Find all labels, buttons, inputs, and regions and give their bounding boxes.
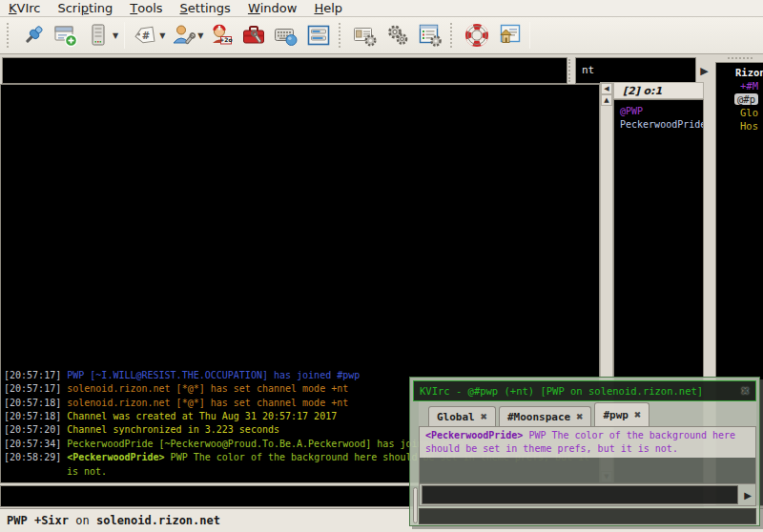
tab-label: #pwp [603, 409, 629, 421]
identities-dropdown-icon[interactable]: ▼ [197, 31, 203, 40]
user-plus20-button[interactable]: +2o [205, 20, 237, 51]
svg-text:#: # [142, 31, 150, 41]
timestamp: [20:57:17] [4, 383, 67, 394]
servers-dropdown-icon[interactable]: ▼ [113, 31, 118, 40]
homepage-button[interactable] [493, 20, 526, 51]
tab-close-icon[interactable]: ✖ [481, 410, 487, 423]
message-segment: PWP The color of the background here [523, 430, 735, 440]
toolbar-grip[interactable] [339, 23, 345, 48]
tab-label: Global [437, 411, 475, 423]
input-tools-icon [274, 23, 299, 48]
toolbar-separator [124, 22, 125, 49]
timestamp: [20:58:29] [4, 452, 67, 462]
theme-options-icon [306, 23, 331, 48]
homepage-icon [497, 23, 522, 48]
tree-item-glo[interactable]: Glo [716, 106, 763, 119]
channels-dropdown-icon[interactable]: ▼ [159, 31, 165, 40]
message-segment: PeckerwoodPride [~Peckerwoo@Proud.To.Be.… [67, 439, 463, 449]
floating-chat-view[interactable]: <PeckerwoodPride> PWP The color of the b… [419, 426, 756, 458]
menu-window[interactable]: Window [239, 0, 306, 16]
floating-window-titlebar[interactable]: KVIrc - @#pwp (+nt) [PWP on solenoid.riz… [413, 380, 756, 401]
message-segment: should be set in theme prefs, but it is … [425, 443, 678, 454]
connect-icon [21, 23, 46, 48]
channels-icon: # [133, 23, 157, 48]
connect-button[interactable] [17, 20, 50, 51]
message-segment: Channel was created at Thu Aug 31 20:57:… [67, 411, 337, 421]
tree-item-hos[interactable]: Hos [716, 119, 763, 133]
tab-moonspace[interactable]: #Moonspace✖ [499, 406, 591, 426]
identity-options-button[interactable] [349, 20, 382, 51]
manage-addons-icon [418, 23, 443, 48]
timestamp: [20:57:20] [4, 424, 67, 435]
menu-settings[interactable]: Settings [172, 0, 239, 16]
status-server: solenoid.rizon.net [96, 514, 220, 527]
floating-channel-window[interactable]: KVIrc - @#pwp (+nt) [PWP on solenoid.riz… [409, 377, 760, 526]
help-button[interactable] [461, 20, 493, 51]
identity-options-icon [353, 23, 378, 48]
toolbar-grip[interactable] [7, 23, 13, 48]
main-toolbar: ▼ # ▼ ▼ +2o [0, 17, 763, 54]
nicklist-collapse-button[interactable]: ◀ [601, 83, 612, 94]
menu-help[interactable]: Help [305, 0, 351, 16]
user-plus20-icon: +2o [209, 23, 234, 48]
arrow-up-icon: ▲ [604, 96, 608, 104]
floating-chat-view-empty [419, 458, 756, 483]
tab-global[interactable]: Global✖ [428, 406, 496, 426]
menu-scripting[interactable]: Scripting [49, 0, 121, 16]
nicklist-header: [2] o:1 [613, 82, 704, 99]
timestamp: [20:57:18] [4, 411, 67, 421]
submit-arrow-icon: ▶ [700, 65, 708, 77]
general-options-icon [385, 23, 410, 48]
nicklist-scroll-up-button[interactable]: ▲ [601, 94, 612, 106]
identities-icon [171, 23, 196, 48]
nicklist-item[interactable]: @PWP [620, 105, 703, 118]
floating-submit-button[interactable]: ▶ [740, 490, 755, 501]
submit-arrow-icon: ▶ [744, 490, 752, 501]
new-connection-icon [53, 23, 78, 48]
tab-close-icon[interactable]: ✖ [634, 408, 641, 421]
tree-panel-grip[interactable] [717, 55, 763, 62]
topic-bar[interactable] [2, 57, 567, 84]
toolbox-icon [241, 23, 266, 48]
toolbar-grip[interactable] [450, 23, 457, 48]
floating-window-bottom-strip [419, 508, 756, 524]
message-segment: PWP [~I.WILL@RESIST.THE.OCCUPATION] has … [67, 370, 360, 380]
mode-input[interactable]: nt [575, 57, 696, 84]
manage-addons-button[interactable] [414, 20, 446, 51]
menu-tools[interactable]: Tools [121, 0, 171, 16]
mode-submit-button[interactable]: ▶ [697, 59, 711, 82]
floating-chat-line: should be set in theme prefs, but it is … [425, 442, 755, 456]
tree-item-rizon[interactable]: Rizon [716, 66, 763, 79]
floating-window-body: Global✖#Moonspace✖#pwp✖ <PeckerwoodPride… [419, 401, 756, 524]
menu-kvirc[interactable]: KVIrc [0, 0, 49, 16]
close-icon[interactable]: ✖ [741, 384, 750, 399]
tab-pwp[interactable]: #pwp✖ [594, 402, 650, 426]
message-segment: <PeckerwoodPride> [67, 452, 164, 462]
input-tools-button[interactable] [270, 20, 302, 51]
kvirc-main-window: KVIrc Scripting Tools Settings Window He… [0, 0, 763, 532]
help-icon [464, 23, 489, 48]
servers-icon [86, 23, 111, 48]
floating-input-row: ▶ [419, 483, 756, 506]
input-grip[interactable] [568, 59, 574, 82]
general-options-button[interactable] [382, 20, 414, 51]
toolbar-separator [529, 22, 530, 49]
floating-left-scrollbar[interactable] [413, 487, 418, 523]
timestamp: [20:57:34] [4, 439, 67, 449]
new-connection-button[interactable] [50, 20, 82, 51]
tree-item-p[interactable]: @#p [716, 92, 763, 106]
message-segment: is not. [67, 466, 107, 477]
nicklist-item[interactable]: PeckerwoodPride [620, 118, 703, 132]
tree-item-m[interactable]: +#M [716, 79, 763, 92]
floating-window-title: KVIrc - @#pwp (+nt) [PWP on solenoid.riz… [420, 385, 741, 397]
theme-options-button[interactable] [302, 20, 335, 51]
toolbox-button[interactable] [237, 20, 270, 51]
tab-label: #Moonspace [507, 411, 570, 423]
timestamp: [20:57:18] [4, 398, 67, 408]
servers-button[interactable] [82, 20, 114, 51]
menu-bar: KVIrc Scripting Tools Settings Window He… [0, 0, 763, 17]
channels-button[interactable]: # [129, 20, 161, 51]
tab-close-icon[interactable]: ✖ [576, 410, 583, 423]
floating-message-input[interactable] [422, 485, 738, 504]
identities-button[interactable] [167, 20, 199, 51]
